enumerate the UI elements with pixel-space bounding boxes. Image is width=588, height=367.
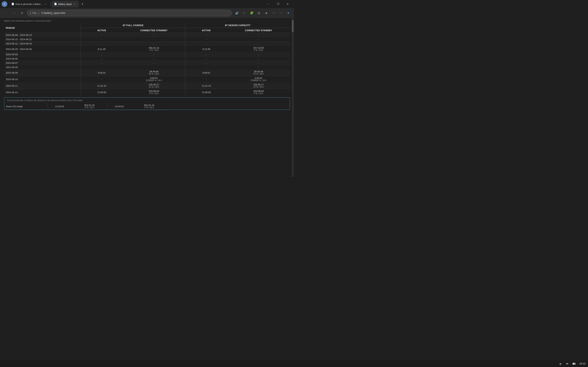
minimize-button[interactable]: − xyxy=(263,1,273,7)
back-button[interactable]: ← xyxy=(2,10,9,16)
more-options-icon[interactable]: ⋯ xyxy=(278,10,284,16)
share-icon[interactable]: ♡ xyxy=(270,10,277,16)
estimate-table: Since OS install 12:04:01 352:31:16 5 % … xyxy=(4,103,167,110)
close-button[interactable]: ✕ xyxy=(283,1,292,7)
design-capacity-header: AT DESIGN CAPACITY xyxy=(185,23,290,28)
table-body: 2024-08-08 - 2024-08-15----2024-08-15 - … xyxy=(4,33,290,96)
info-icon: ℹ xyxy=(30,12,31,15)
tab-2-close[interactable]: × xyxy=(73,2,76,6)
table-row: 2024-09-07---- xyxy=(4,61,290,65)
dc-active-header: ACTIVE xyxy=(185,28,227,33)
reload-button[interactable]: ↻ xyxy=(19,10,25,16)
tab-separator xyxy=(51,2,51,6)
table-row: 2024-09-1213:58:56269:08:586 % / 16 h13:… xyxy=(4,89,290,96)
estimate-box: Current estimate of battery life based o… xyxy=(4,97,290,110)
full-charge-header: AT FULL CHARGE xyxy=(81,23,185,28)
address-bar: ← → ↻ ℹ File | C:/battery_report.html 🔊 … xyxy=(0,8,294,18)
section-header: Battery life estimates based on observed… xyxy=(4,18,290,23)
window-controls: − ❐ ✕ xyxy=(263,1,292,7)
address-url: C:/battery_report.html xyxy=(42,12,65,15)
tab-1[interactable]: 📄 How to generate a Battery r... × xyxy=(9,1,50,7)
content-area[interactable]: Battery life estimates based on observed… xyxy=(0,18,294,184)
forward-button[interactable]: → xyxy=(11,10,17,16)
avatar: A xyxy=(2,1,7,7)
table-row: 2024-09-099:56:0138:49:4841 % / 16 h9:56… xyxy=(4,69,290,76)
address-input[interactable]: ℹ File | C:/battery_report.html xyxy=(27,10,232,16)
split-screen-icon[interactable]: ⊟ xyxy=(256,10,262,16)
table-row: 2024-08-15 - 2024-08-22---- xyxy=(4,37,290,42)
title-bar: A 📄 How to generate a Battery r... × 📄 B… xyxy=(0,0,294,8)
copilot-icon[interactable]: ✦ xyxy=(285,10,292,16)
table-row: 2024-09-06---- xyxy=(4,57,290,61)
estimate-period: Since OS install xyxy=(4,103,48,110)
period-header: PERIOD xyxy=(4,23,81,33)
table-row: 2024-09-10-0:00:015760000 % / 16 h-0:00:… xyxy=(4,76,290,83)
table-row: 2024-09-05---- xyxy=(4,52,290,57)
battery-table: PERIOD AT FULL CHARGE AT DESIGN CAPACITY… xyxy=(4,23,290,96)
file-protocol-label: File xyxy=(33,12,36,15)
scrollbar[interactable] xyxy=(292,18,294,177)
tab-1-close[interactable]: × xyxy=(44,2,47,6)
fc-active-header: ACTIVE xyxy=(81,28,123,33)
tab-2-icon: 📄 xyxy=(54,3,57,6)
favorites-icon[interactable]: ☆ xyxy=(241,10,247,16)
group-header-row: PERIOD AT FULL CHARGE AT DESIGN CAPACITY xyxy=(4,23,290,28)
tab-1-icon: 📄 xyxy=(11,3,14,6)
table-row: 2024-09-1111:21:10135:45:1712 % / 16 h11… xyxy=(4,83,290,89)
tab-2[interactable]: 📄 Battery report × xyxy=(52,1,79,7)
estimate-note: Current estimate of battery life based o… xyxy=(4,98,290,103)
table-row: 2024-09-08---- xyxy=(4,65,290,69)
tab-1-label: How to generate a Battery r... xyxy=(16,3,43,5)
page-content: Battery life estimates based on observed… xyxy=(0,18,294,114)
toolbar-icons: 🔊 ☆ 🧩 ⊟ ★ ♡ ⋯ ✦ xyxy=(233,10,292,16)
read-aloud-icon[interactable]: 🔊 xyxy=(233,10,240,16)
table-row: 2024-08-29 - 2024-09-058:11:45356:31:164… xyxy=(4,46,290,52)
collections-icon[interactable]: ★ xyxy=(263,10,269,16)
tab-2-label: Battery report xyxy=(58,3,72,5)
estimate-fc-standby: 352:31:16 5 % / 16 h xyxy=(72,103,107,110)
estimate-dc-active: 12:04:01 xyxy=(107,103,131,110)
estimate-row: Since OS install 12:04:01 352:31:16 5 % … xyxy=(4,103,167,110)
maximize-button[interactable]: ❐ xyxy=(273,1,283,7)
extensions-icon[interactable]: 🧩 xyxy=(248,10,255,16)
dc-standby-header: CONNECTED STANDBY xyxy=(227,28,290,33)
estimate-dc-standby: 352:31:16 5 % / 16 h xyxy=(131,103,167,110)
fc-standby-header: CONNECTED STANDBY xyxy=(122,28,185,33)
address-separator: | xyxy=(38,12,39,15)
new-tab-button[interactable]: + xyxy=(80,1,85,7)
estimate-fc-active: 12:04:01 xyxy=(48,103,71,110)
scrollbar-thumb[interactable] xyxy=(292,20,294,32)
table-row: 2024-08-22 - 2024-08-29---- xyxy=(4,42,290,46)
table-row: 2024-08-08 - 2024-08-15---- xyxy=(4,33,290,37)
